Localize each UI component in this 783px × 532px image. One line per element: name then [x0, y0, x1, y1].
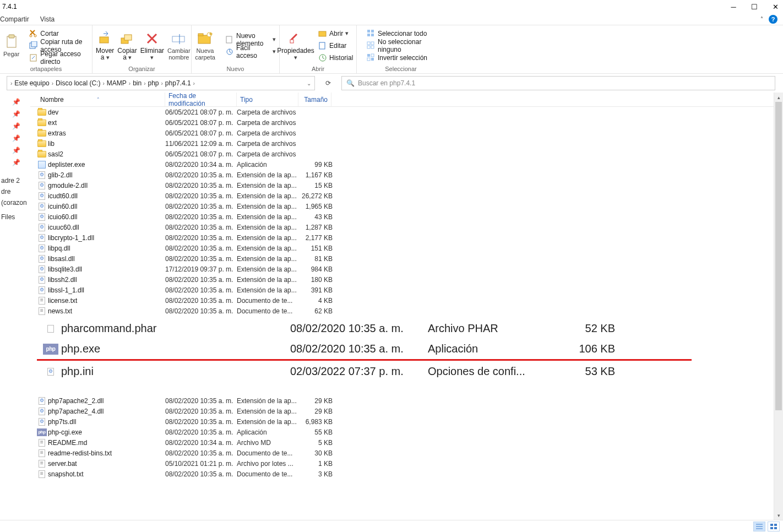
folder-icon	[37, 108, 47, 117]
file-row[interactable]: icudt60.dll08/02/2020 10:35 a. m.Extensi…	[30, 191, 783, 201]
move-to-button[interactable]: Mover a ▾	[96, 26, 114, 64]
nav-quick-item[interactable]: (corazon	[0, 197, 30, 208]
minimize-button[interactable]: ─	[728, 3, 739, 11]
vertical-scrollbar[interactable]: ▴ ▾	[774, 93, 783, 520]
file-row[interactable]: libssl-1_1.dll08/02/2020 10:35 a. m.Exte…	[30, 285, 783, 295]
file-row[interactable]: license.txt08/02/2020 10:35 a. m.Documen…	[30, 295, 783, 306]
file-type: Carpeta de archivos	[237, 129, 298, 137]
help-icon[interactable]: ?	[769, 15, 777, 24]
file-date: 08/02/2020 10:35 a. m.	[165, 203, 237, 210]
breadcrumb-item[interactable]: php7.4.1	[165, 79, 191, 87]
file-row[interactable]: pharcommand.phar08/02/2020 10:35 a. m.Ar…	[34, 318, 695, 339]
history-button[interactable]: Historial	[312, 52, 353, 63]
file-size: 15 KB	[298, 182, 333, 189]
search-input[interactable]: 🔍 Buscar en php7.4.1	[341, 76, 775, 90]
scroll-down-icon[interactable]: ▾	[774, 511, 783, 520]
column-headers[interactable]: Nombre˄ Fecha de modificación Tipo Tamañ…	[30, 93, 783, 107]
file-row[interactable]: libpq.dll08/02/2020 10:35 a. m.Extensión…	[30, 243, 783, 253]
status-bar	[0, 520, 783, 532]
close-button[interactable]: ✕	[770, 3, 781, 11]
svg-rect-26	[367, 42, 370, 45]
file-row[interactable]: libssh2.dll08/02/2020 10:35 a. m.Extensi…	[30, 274, 783, 285]
chevron-right-icon: ›	[10, 80, 12, 86]
new-folder-button[interactable]: ✦Nueva carpeta	[195, 26, 215, 64]
breadcrumb-item[interactable]: Disco local (C:)	[56, 79, 100, 87]
nav-quick-item[interactable]: adre 2	[0, 175, 30, 186]
breadcrumb-item[interactable]: bin	[133, 79, 142, 87]
tab-compartir[interactable]: Compartir	[0, 15, 29, 23]
file-row[interactable]: icuio60.dll08/02/2020 10:35 a. m.Extensi…	[30, 211, 783, 222]
file-name: php7apache2_4.dll	[47, 408, 165, 415]
delete-icon	[144, 31, 160, 46]
dll-icon	[37, 171, 47, 180]
cut-button[interactable]: Cortar	[23, 28, 89, 39]
chevron-down-icon[interactable]: ⌄	[307, 80, 311, 86]
column-size[interactable]: Tamaño	[298, 93, 331, 106]
navigation-pane[interactable]: 📌 📌 📌 📌 📌 📌 adre 2dre(corazonFiles	[0, 93, 30, 520]
file-type: Extensión de la ap...	[237, 265, 298, 273]
nav-quick-item[interactable]: dre	[0, 186, 30, 197]
file-row[interactable]: server.bat05/10/2021 01:21 p. m.Archivo …	[30, 458, 783, 469]
copy-to-button[interactable]: Copiar a ▾	[117, 26, 137, 64]
breadcrumb-item[interactable]: MAMP	[107, 79, 127, 87]
dll-icon	[37, 407, 47, 416]
file-row[interactable]: phpphp.exe08/02/2020 10:35 a. m.Aplicaci…	[34, 339, 695, 359]
file-row[interactable]: icuuc60.dll08/02/2020 10:35 a. m.Extensi…	[30, 222, 783, 232]
file-row[interactable]: php7apache2_4.dll08/02/2020 10:35 a. m.E…	[30, 406, 783, 416]
refresh-button[interactable]: ⟳	[322, 77, 335, 90]
rename-button[interactable]: Cambiar nombre	[167, 26, 191, 64]
copy-path-button[interactable]: Copiar ruta de acceso	[23, 40, 89, 51]
file-row[interactable]: sasl206/05/2021 08:07 p. m.Carpeta de ar…	[30, 149, 783, 159]
file-row[interactable]: php.ini02/03/2022 07:37 p. m.Opciones de…	[34, 361, 695, 382]
paste-button[interactable]: Pegar	[3, 26, 19, 64]
open-button[interactable]: Abrir ▾	[312, 28, 353, 39]
file-name: php7apache2_2.dll	[47, 397, 165, 405]
file-row[interactable]: libsqlite3.dll17/12/2019 09:37 p. m.Exte…	[30, 264, 783, 274]
file-name: icuin60.dll	[47, 203, 165, 210]
nav-quick-item[interactable]: Files	[0, 211, 30, 222]
large-icons-view-button[interactable]	[768, 522, 780, 531]
file-row[interactable]: deplister.exe08/02/2020 10:34 a. m.Aplic…	[30, 159, 783, 170]
file-row[interactable]: lib11/06/2021 12:09 a. m.Carpeta de arch…	[30, 138, 783, 149]
invert-selection-button[interactable]: Invertir selección	[360, 52, 442, 63]
scroll-up-icon[interactable]: ▴	[774, 93, 783, 102]
file-row[interactable]: glib-2.dll08/02/2020 10:35 a. m.Extensió…	[30, 170, 783, 180]
file-row[interactable]: libcrypto-1_1.dll08/02/2020 10:35 a. m.E…	[30, 232, 783, 243]
breadcrumb[interactable]: › Este equipo›Disco local (C:)›MAMP›bin›…	[7, 76, 315, 90]
file-row[interactable]: php7apache2_2.dll08/02/2020 10:35 a. m.E…	[30, 395, 783, 406]
column-type[interactable]: Tipo	[237, 93, 298, 106]
collapse-ribbon-icon[interactable]: ˄	[760, 16, 763, 22]
file-row[interactable]: extras06/05/2021 08:07 p. m.Carpeta de a…	[30, 128, 783, 138]
properties-button[interactable]: Propiedades ▾	[283, 26, 308, 64]
column-date[interactable]: Fecha de modificación	[165, 93, 237, 106]
file-size: 62 KB	[298, 307, 333, 315]
file-row[interactable]: libsasl.dll08/02/2020 10:35 a. m.Extensi…	[30, 253, 783, 264]
file-row[interactable]: gmodule-2.dll08/02/2020 10:35 a. m.Exten…	[30, 180, 783, 191]
file-row[interactable]: php7ts.dll08/02/2020 10:35 a. m.Extensió…	[30, 416, 783, 427]
new-item-button[interactable]: Nuevo elemento ▾	[219, 34, 276, 45]
breadcrumb-item[interactable]: Este equipo	[14, 79, 49, 87]
file-row[interactable]: news.txt08/02/2020 10:35 a. m.Documento …	[30, 306, 783, 316]
easy-access-button[interactable]: Fácil acceso ▾	[219, 46, 276, 57]
scrollbar-thumb[interactable]	[775, 102, 782, 410]
file-row[interactable]: README.md08/02/2020 10:34 a. m.Archivo M…	[30, 437, 783, 448]
php-icon: php	[37, 428, 47, 437]
delete-button[interactable]: Eliminar ▾	[140, 26, 164, 64]
file-row[interactable]: snapshot.txt08/02/2020 10:35 a. m.Docume…	[30, 469, 783, 479]
file-row[interactable]: readme-redist-bins.txt08/02/2020 10:35 a…	[30, 448, 783, 458]
file-row[interactable]: phpphp-cgi.exe08/02/2020 10:35 a. m.Apli…	[30, 427, 783, 437]
breadcrumb-item[interactable]: php	[148, 79, 159, 87]
paste-shortcut-button[interactable]: Pegar acceso directo	[23, 52, 89, 63]
file-size: 29 KB	[298, 397, 333, 405]
file-row[interactable]: dev06/05/2021 08:07 p. m.Carpeta de arch…	[30, 107, 783, 117]
column-name[interactable]: Nombre	[40, 96, 64, 104]
details-view-button[interactable]	[753, 522, 765, 531]
nav-quick-item[interactable]	[0, 222, 30, 226]
tab-vista[interactable]: Vista	[40, 15, 55, 23]
select-none-button[interactable]: No seleccionar ninguno	[360, 40, 442, 51]
file-row[interactable]: icuin60.dll08/02/2020 10:35 a. m.Extensi…	[30, 201, 783, 211]
edit-button[interactable]: Editar	[312, 40, 353, 51]
maximize-button[interactable]: ☐	[749, 3, 760, 11]
file-row[interactable]: ext06/05/2021 08:07 p. m.Carpeta de arch…	[30, 117, 783, 128]
select-all-button[interactable]: Seleccionar todo	[360, 28, 442, 39]
